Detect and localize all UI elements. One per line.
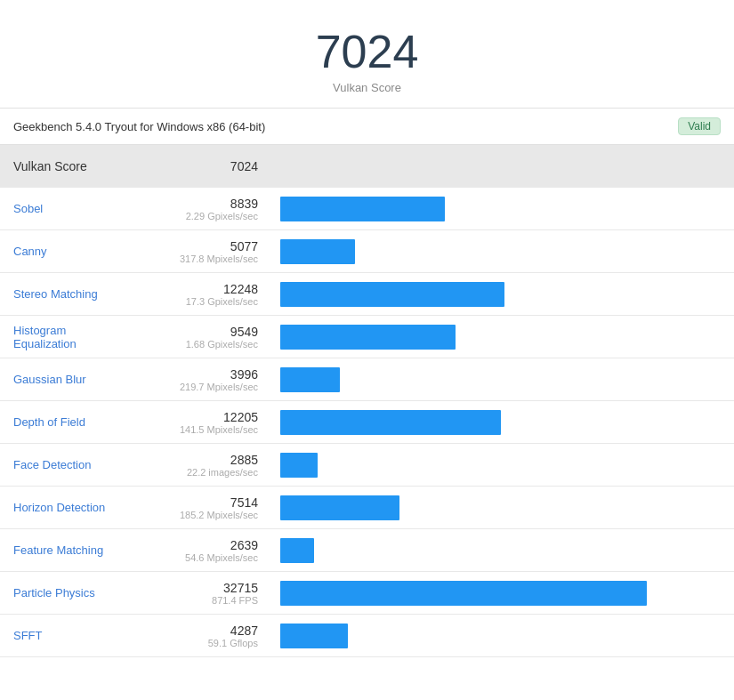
row-bar-container xyxy=(267,189,734,229)
row-name[interactable]: Horizon Detection xyxy=(0,494,142,521)
bar-fill xyxy=(280,495,399,520)
row-name[interactable]: Depth of Field xyxy=(0,408,142,436)
row-score: 12248 xyxy=(151,282,258,296)
row-score: 3996 xyxy=(151,367,258,382)
row-name-link[interactable]: Particle Physics xyxy=(13,586,95,599)
row-name[interactable]: Stereo Matching xyxy=(0,280,142,308)
table-header-row: Vulkan Score 7024 xyxy=(0,145,734,188)
row-value: 5077 317.8 Mpixels/sec xyxy=(142,232,267,271)
row-name[interactable]: Sobel xyxy=(0,195,142,222)
bar-track xyxy=(280,538,721,563)
header-col-value: 7024 xyxy=(142,152,267,181)
table-row: SFFT 4287 59.1 Gflops xyxy=(0,615,734,657)
bar-fill xyxy=(280,282,504,307)
row-bar-container xyxy=(267,275,734,314)
row-value: 9549 1.68 Gpixels/sec xyxy=(142,318,267,357)
row-unit: 219.7 Mpixels/sec xyxy=(151,382,258,392)
row-score: 7514 xyxy=(151,495,258,510)
header-col-name: Vulkan Score xyxy=(0,152,142,181)
score-label: Vulkan Score xyxy=(18,81,716,94)
bar-fill xyxy=(280,581,647,606)
table-row: Particle Physics 32715 871.4 FPS xyxy=(0,572,734,615)
row-score: 8839 xyxy=(151,197,258,211)
bar-track xyxy=(280,367,721,392)
bar-track xyxy=(280,325,721,350)
row-bar-container xyxy=(267,574,734,613)
table-body: Sobel 8839 2.29 Gpixels/sec Canny 5077 3… xyxy=(0,188,734,657)
row-score: 2885 xyxy=(151,453,258,467)
table-row: Stereo Matching 12248 17.3 Gpixels/sec xyxy=(0,273,734,316)
row-value: 2885 22.2 images/sec xyxy=(142,446,267,485)
row-name[interactable]: Face Detection xyxy=(0,451,142,479)
row-unit: 59.1 Gflops xyxy=(151,638,258,648)
row-name-link[interactable]: SFFT xyxy=(13,629,43,642)
row-bar-container xyxy=(267,232,734,271)
table-row: Depth of Field 12205 141.5 Mpixels/sec xyxy=(0,401,734,444)
score-header: 7024 Vulkan Score xyxy=(0,0,734,109)
row-name-link[interactable]: Gaussian Blur xyxy=(13,373,86,386)
row-bar-container xyxy=(267,403,734,442)
row-score: 4287 xyxy=(151,624,258,638)
row-value: 4287 59.1 Gflops xyxy=(142,616,267,656)
row-value: 32715 871.4 FPS xyxy=(142,574,267,613)
row-name[interactable]: Particle Physics xyxy=(0,579,142,607)
row-score: 12205 xyxy=(151,410,258,424)
bar-fill xyxy=(280,410,501,435)
row-name-link[interactable]: Horizon Detection xyxy=(13,501,105,514)
row-score: 32715 xyxy=(151,581,258,595)
bar-track xyxy=(280,410,721,435)
row-bar-container xyxy=(267,531,734,570)
row-name[interactable]: SFFT xyxy=(0,622,142,649)
row-name-link[interactable]: Feature Matching xyxy=(13,543,103,557)
table-row: Sobel 8839 2.29 Gpixels/sec xyxy=(0,188,734,230)
row-value: 12248 17.3 Gpixels/sec xyxy=(142,275,267,314)
row-bar-container xyxy=(267,446,734,485)
row-name-link[interactable]: Sobel xyxy=(13,202,43,215)
results-table: Vulkan Score 7024 Sobel 8839 2.29 Gpixel… xyxy=(0,145,734,657)
bar-track xyxy=(280,624,721,648)
row-name[interactable]: Histogram Equalization xyxy=(0,317,142,358)
bar-fill xyxy=(280,239,355,264)
row-name-link[interactable]: Face Detection xyxy=(13,458,91,471)
row-score: 5077 xyxy=(151,239,258,253)
bar-fill xyxy=(280,624,348,648)
bar-fill xyxy=(280,325,456,350)
bar-fill xyxy=(280,197,445,221)
row-name[interactable]: Feature Matching xyxy=(0,536,142,564)
row-unit: 54.6 Mpixels/sec xyxy=(151,552,258,563)
row-name-link[interactable]: Depth of Field xyxy=(13,415,85,429)
row-name-link[interactable]: Canny xyxy=(13,245,47,258)
row-name[interactable]: Canny xyxy=(0,237,142,265)
row-unit: 185.2 Mpixels/sec xyxy=(151,510,258,520)
bar-track xyxy=(280,495,721,520)
row-unit: 22.2 images/sec xyxy=(151,467,258,478)
table-row: Horizon Detection 7514 185.2 Mpixels/sec xyxy=(0,487,734,529)
row-unit: 141.5 Mpixels/sec xyxy=(151,424,258,435)
table-row: Canny 5077 317.8 Mpixels/sec xyxy=(0,230,734,273)
row-unit: 1.68 Gpixels/sec xyxy=(151,339,258,350)
table-row: Histogram Equalization 9549 1.68 Gpixels… xyxy=(0,316,734,358)
row-unit: 317.8 Mpixels/sec xyxy=(151,253,258,264)
row-value: 7514 185.2 Mpixels/sec xyxy=(142,488,267,527)
table-row: Gaussian Blur 3996 219.7 Mpixels/sec xyxy=(0,358,734,401)
row-bar-container xyxy=(267,616,734,656)
bar-fill xyxy=(280,367,340,392)
table-row: Face Detection 2885 22.2 images/sec xyxy=(0,444,734,487)
header-col-bar xyxy=(267,159,734,173)
row-value: 12205 141.5 Mpixels/sec xyxy=(142,403,267,442)
row-score: 2639 xyxy=(151,538,258,552)
table-row: Feature Matching 2639 54.6 Mpixels/sec xyxy=(0,529,734,572)
valid-badge: Valid xyxy=(678,117,721,135)
bar-fill xyxy=(280,453,318,478)
row-name-link[interactable]: Histogram Equalization xyxy=(13,324,77,350)
row-value: 8839 2.29 Gpixels/sec xyxy=(142,189,267,229)
row-score: 9549 xyxy=(151,325,258,339)
row-name-link[interactable]: Stereo Matching xyxy=(13,287,98,301)
benchmark-info: Geekbench 5.4.0 Tryout for Windows x86 (… xyxy=(13,120,265,133)
row-name[interactable]: Gaussian Blur xyxy=(0,366,142,393)
bar-track xyxy=(280,581,721,606)
main-score-value: 7024 xyxy=(18,27,716,77)
info-bar: Geekbench 5.4.0 Tryout for Windows x86 (… xyxy=(0,109,734,145)
bar-track xyxy=(280,282,721,307)
row-bar-container xyxy=(267,488,734,527)
